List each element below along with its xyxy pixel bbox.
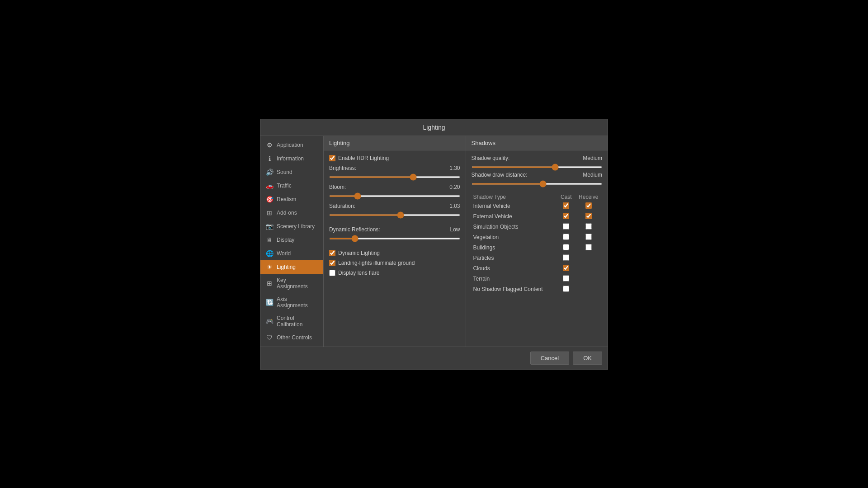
saturation-value: 1.03 [449, 203, 460, 209]
cancel-button[interactable]: Cancel [530, 352, 569, 365]
shadow-type-name: Particles [472, 253, 558, 263]
application-label: Application [277, 142, 303, 148]
shadow-cast-cell [557, 274, 575, 284]
shadow-cast-checkbox[interactable] [563, 265, 569, 271]
shadow-cast-checkbox[interactable] [563, 275, 569, 282]
ok-button[interactable]: OK [573, 352, 602, 365]
controlcal-icon: 🎮 [266, 318, 273, 325]
shadow-receive-checkbox[interactable] [585, 244, 592, 250]
sidebar-item-lighting[interactable]: ☀Lighting [260, 260, 323, 274]
lighting-panel: Lighting Enable HDR Lighting Brightness:… [324, 136, 466, 347]
dynamic-reflections-slider[interactable] [329, 238, 460, 239]
sound-icon: 🔊 [266, 169, 273, 176]
shadows-panel: Shadows Shadow quality: Medium Shadow dr… [466, 136, 608, 347]
shadow-cast-checkbox[interactable] [563, 244, 569, 250]
sidebar-item-keyassign[interactable]: ⊞Key Assignments [260, 274, 323, 293]
brightness-slider[interactable] [329, 176, 460, 178]
sidebar-item-display[interactable]: 🖥Display [260, 233, 323, 247]
brightness-value: 1.30 [449, 165, 460, 171]
shadow-type-name: External Vehicle [472, 211, 558, 222]
landing-lights-checkbox[interactable] [329, 260, 335, 266]
sidebar-item-otherctrl[interactable]: 🛡Other Controls [260, 331, 323, 344]
sidebar-item-axisassign[interactable]: 🔃Axis Assignments [260, 293, 323, 312]
shadow-receive-checkbox[interactable] [585, 234, 592, 240]
sidebar-item-sound[interactable]: 🔊Sound [260, 165, 323, 179]
addons-label: Add-ons [277, 210, 297, 216]
shadow-cast-cell [557, 222, 575, 232]
enable-hdr-checkbox[interactable] [329, 155, 335, 161]
lighting-label: Lighting [277, 264, 296, 270]
shadow-cast-checkbox[interactable] [563, 213, 569, 219]
brightness-label: Brightness: [329, 165, 356, 171]
otherctrl-icon: 🛡 [266, 334, 273, 341]
dynamic-lighting-checkbox[interactable] [329, 250, 335, 256]
information-label: Information [277, 155, 304, 162]
shadow-type-name: Terrain [472, 274, 558, 284]
shadow-cast-checkbox[interactable] [563, 234, 569, 240]
traffic-label: Traffic [277, 183, 292, 189]
display-lens-checkbox[interactable] [329, 270, 335, 276]
shadow-type-row: Clouds [472, 263, 603, 274]
enable-hdr-row: Enable HDR Lighting [329, 155, 460, 161]
shadow-type-row: Terrain [472, 274, 603, 284]
sidebar: ⚙ApplicationℹInformation🔊Sound🚗Traffic🎯R… [260, 136, 324, 347]
shadow-receive-checkbox[interactable] [585, 202, 592, 209]
shadow-receive-cell [575, 201, 602, 211]
shadow-quality-value: Medium [583, 155, 602, 161]
display-icon: 🖥 [266, 236, 273, 244]
addons-icon: ⊞ [266, 209, 273, 216]
world-label: World [277, 250, 291, 257]
shadow-type-row: Vegetation [472, 232, 603, 243]
shadow-cast-checkbox[interactable] [563, 286, 569, 292]
sidebar-item-information[interactable]: ℹInformation [260, 152, 323, 165]
traffic-icon: 🚗 [266, 182, 273, 189]
bloom-value: 0.20 [449, 184, 460, 190]
shadow-receive-cell [575, 243, 602, 253]
shadow-cast-cell [557, 263, 575, 274]
shadow-receive-cell [575, 263, 602, 274]
shadow-distance-slider[interactable] [472, 183, 603, 185]
landing-lights-label: Landing-lights illuminate ground [338, 260, 415, 266]
shadow-type-row: No Shadow Flagged Content [472, 284, 603, 295]
lighting-panel-body: Enable HDR Lighting Brightness: 1.30 Blo… [324, 150, 466, 347]
saturation-slider[interactable] [329, 214, 460, 216]
shadow-type-table: Shadow Type Cast Receive Internal Vehicl… [472, 193, 603, 295]
shadow-cast-cell [557, 201, 575, 211]
realism-icon: 🎯 [266, 196, 273, 203]
display-lens-label: Display lens flare [338, 270, 379, 276]
shadow-cast-checkbox[interactable] [563, 223, 569, 230]
scenery-icon: 📷 [266, 223, 273, 230]
shadow-cast-checkbox[interactable] [563, 202, 569, 209]
sidebar-item-controlcal[interactable]: 🎮Control Calibration [260, 312, 323, 331]
shadow-quality-slider[interactable] [472, 166, 603, 168]
dynamic-lighting-row: Dynamic Lighting [329, 250, 460, 256]
shadow-type-row: External Vehicle [472, 211, 603, 222]
sidebar-item-addons[interactable]: ⊞Add-ons [260, 206, 323, 220]
sidebar-item-traffic[interactable]: 🚗Traffic [260, 179, 323, 192]
sidebar-item-scenery[interactable]: 📷Scenery Library [260, 220, 323, 233]
shadow-type-name: Clouds [472, 263, 558, 274]
saturation-label: Saturation: [329, 203, 355, 209]
lighting-icon: ☀ [266, 263, 273, 271]
dynamic-reflections-row: Dynamic Reflections: Low [329, 226, 460, 241]
shadow-type-row: Simulation Objects [472, 222, 603, 232]
shadow-type-row: Internal Vehicle [472, 201, 603, 211]
shadow-receive-cell [575, 232, 602, 243]
bloom-slider[interactable] [329, 195, 460, 197]
shadow-receive-checkbox[interactable] [585, 213, 592, 219]
saturation-row: Saturation: 1.03 [329, 203, 460, 217]
sidebar-item-realism[interactable]: 🎯Realism [260, 192, 323, 206]
shadow-type-name: No Shadow Flagged Content [472, 284, 558, 295]
shadow-distance-value: Medium [583, 172, 602, 178]
dynamic-lighting-label: Dynamic Lighting [338, 250, 380, 256]
dialog-body: ⚙ApplicationℹInformation🔊Sound🚗Traffic🎯R… [260, 136, 608, 347]
shadow-type-name: Simulation Objects [472, 222, 558, 232]
shadow-receive-checkbox[interactable] [585, 223, 592, 230]
display-lens-row: Display lens flare [329, 270, 460, 276]
receive-header: Receive [575, 193, 602, 201]
shadow-cast-checkbox[interactable] [563, 254, 569, 261]
realism-label: Realism [277, 196, 296, 202]
sidebar-item-world[interactable]: 🌐World [260, 247, 323, 260]
sidebar-item-application[interactable]: ⚙Application [260, 138, 323, 152]
shadow-quality-row: Shadow quality: Medium [472, 155, 603, 161]
